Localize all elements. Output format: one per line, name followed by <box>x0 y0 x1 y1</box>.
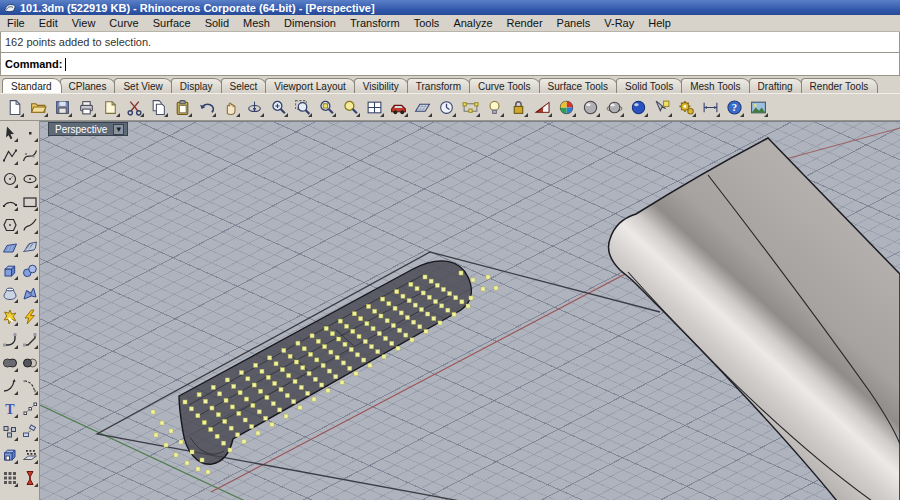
control-point[interactable] <box>190 450 194 454</box>
lock-objects-button[interactable] <box>507 96 530 119</box>
control-point[interactable] <box>441 287 445 291</box>
control-point[interactable] <box>183 400 187 404</box>
deform-surface-button[interactable] <box>21 284 39 304</box>
control-point[interactable] <box>271 402 275 406</box>
control-point[interactable] <box>174 453 178 457</box>
control-point[interactable] <box>376 350 380 354</box>
command-input-line[interactable]: Command: <box>0 53 900 76</box>
control-point[interactable] <box>211 385 215 389</box>
control-point[interactable] <box>296 341 300 345</box>
control-point[interactable] <box>197 393 201 397</box>
control-point[interactable] <box>230 405 234 409</box>
control-point[interactable] <box>362 358 366 362</box>
render-settings-button[interactable] <box>603 96 626 119</box>
text-object-button[interactable]: T <box>1 399 19 419</box>
menu-dimension[interactable]: Dimension <box>277 16 343 30</box>
control-point[interactable] <box>367 304 371 308</box>
viewport-title-tab[interactable]: Perspective ▼ <box>48 122 128 136</box>
control-point[interactable] <box>259 389 263 393</box>
control-point[interactable] <box>438 321 442 325</box>
control-point[interactable] <box>413 303 417 307</box>
control-point[interactable] <box>164 443 168 447</box>
group-objects-button[interactable] <box>1 422 19 442</box>
control-point[interactable] <box>279 387 283 391</box>
menu-tools[interactable]: Tools <box>407 16 447 30</box>
control-point[interactable] <box>446 308 450 312</box>
adjust-curve-button[interactable] <box>1 376 19 396</box>
control-point[interactable] <box>293 379 297 383</box>
zoom-window-button[interactable] <box>291 96 314 119</box>
control-point[interactable] <box>486 275 490 279</box>
control-point[interactable] <box>206 470 210 474</box>
menu-solid[interactable]: Solid <box>198 16 236 30</box>
control-point[interactable] <box>379 314 383 318</box>
viewport-menu-arrow-icon[interactable]: ▼ <box>113 124 124 135</box>
viewport-layout-button[interactable] <box>363 96 386 119</box>
environment-image-button[interactable] <box>747 96 770 119</box>
control-point[interactable] <box>246 377 250 381</box>
revolve-surface-button[interactable] <box>1 284 19 304</box>
menu-panels[interactable]: Panels <box>550 16 598 30</box>
control-point[interactable] <box>242 440 246 444</box>
control-point[interactable] <box>154 433 158 437</box>
control-point[interactable] <box>252 383 256 387</box>
control-point[interactable] <box>359 317 363 321</box>
history-button[interactable] <box>435 96 458 119</box>
control-point[interactable] <box>160 421 164 425</box>
render-preview-button[interactable] <box>579 96 602 119</box>
control-point[interactable] <box>452 312 456 316</box>
rectangle-button[interactable] <box>21 192 39 212</box>
control-point[interactable] <box>218 392 222 396</box>
control-point[interactable] <box>387 302 391 306</box>
control-point[interactable] <box>232 384 236 388</box>
control-point[interactable] <box>471 278 475 282</box>
control-point[interactable] <box>215 434 219 438</box>
control-point[interactable] <box>239 371 243 375</box>
undo-button[interactable] <box>195 96 218 119</box>
control-point[interactable] <box>415 287 419 291</box>
menu-render[interactable]: Render <box>500 16 550 30</box>
move-points-button[interactable] <box>21 399 39 419</box>
control-point[interactable] <box>200 458 204 462</box>
control-point[interactable] <box>357 334 361 338</box>
control-point[interactable] <box>373 309 377 313</box>
control-point[interactable] <box>250 425 254 429</box>
tab-transform[interactable]: Transform <box>407 78 471 93</box>
points-on-button[interactable] <box>459 96 482 119</box>
control-point[interactable] <box>204 399 208 403</box>
single-point-button[interactable] <box>21 123 39 143</box>
gray-solid-object[interactable] <box>608 138 900 500</box>
control-point[interactable] <box>210 406 214 410</box>
control-point[interactable] <box>395 290 399 294</box>
control-point[interactable] <box>264 416 268 420</box>
tab-render-tools[interactable]: Render Tools <box>801 78 879 93</box>
boolean-difference-button[interactable] <box>21 353 39 373</box>
control-point[interactable] <box>223 419 227 423</box>
selected-surface-patch[interactable] <box>179 261 471 464</box>
control-point[interactable] <box>285 394 289 398</box>
control-point[interactable] <box>228 448 232 452</box>
control-point[interactable] <box>321 363 325 367</box>
lamp-button[interactable] <box>483 96 506 119</box>
rendered-viewport-button[interactable] <box>555 96 578 119</box>
control-point[interactable] <box>257 410 261 414</box>
control-point[interactable] <box>222 441 226 445</box>
tab-curve-tools[interactable]: Curve Tools <box>469 78 541 93</box>
control-point[interactable] <box>410 338 414 342</box>
explode-button[interactable] <box>21 307 39 327</box>
render-button[interactable] <box>627 96 650 119</box>
control-point[interactable] <box>448 292 452 296</box>
control-point[interactable] <box>335 356 339 360</box>
tab-visibility[interactable]: Visibility <box>354 78 409 93</box>
control-point[interactable] <box>404 333 408 337</box>
perspective-viewport[interactable]: Perspective ▼ <box>40 121 900 500</box>
control-point[interactable] <box>306 391 310 395</box>
control-point[interactable] <box>399 311 403 315</box>
control-point[interactable] <box>391 324 395 328</box>
circle-button[interactable] <box>1 169 19 189</box>
tab-viewport-layout[interactable]: Viewport Layout <box>265 78 356 93</box>
control-point[interactable] <box>284 414 288 418</box>
control-point[interactable] <box>345 324 349 328</box>
control-point[interactable] <box>313 377 317 381</box>
control-point[interactable] <box>460 300 464 304</box>
